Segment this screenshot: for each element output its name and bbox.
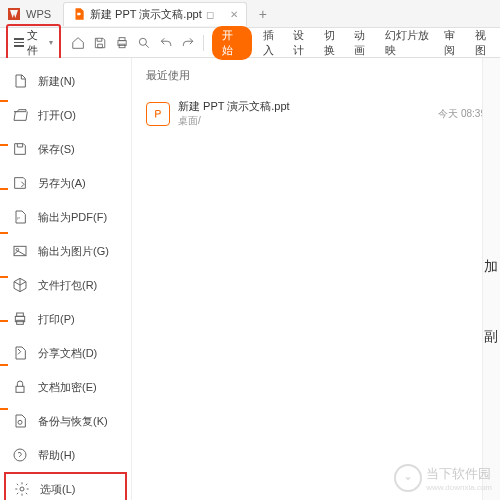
menu-label: 保存(S) bbox=[38, 142, 75, 157]
svg-text:P: P bbox=[17, 216, 20, 221]
begin-tab[interactable]: 开始 bbox=[212, 26, 251, 60]
svg-point-13 bbox=[20, 487, 24, 491]
menu-slideshow[interactable]: 幻灯片放映 bbox=[385, 28, 434, 58]
new-file-icon bbox=[12, 73, 28, 89]
download-circle-icon bbox=[394, 464, 422, 492]
menu-label: 帮助(H) bbox=[38, 448, 75, 463]
printer-icon bbox=[12, 311, 28, 327]
share-icon bbox=[12, 345, 28, 361]
menu-print[interactable]: 打印(P) bbox=[0, 302, 131, 336]
image-export-icon bbox=[12, 243, 28, 259]
menu-saveas[interactable]: 另存为(A) bbox=[0, 166, 131, 200]
chevron-down-icon: ▾ bbox=[49, 38, 53, 47]
watermark-text: 当下软件园 bbox=[426, 465, 492, 483]
save-icon[interactable] bbox=[93, 35, 107, 51]
pdf-export-icon: P bbox=[12, 209, 28, 225]
menu-label: 备份与恢复(K) bbox=[38, 414, 108, 429]
menu-label: 另存为(A) bbox=[38, 176, 86, 191]
svg-point-11 bbox=[18, 420, 22, 424]
main-area: 新建(N) 打开(O) 保存(S) 另存为(A) P输出为PDF(F) 输出为图… bbox=[0, 58, 500, 500]
toolbar: 文件 ▾ 开始 插入 设计 切换 动画 幻灯片放映 审阅 视图 bbox=[0, 28, 500, 58]
menu-review[interactable]: 审阅 bbox=[444, 28, 463, 58]
menu-animation[interactable]: 动画 bbox=[354, 28, 373, 58]
menu-design[interactable]: 设计 bbox=[293, 28, 312, 58]
watermark: 当下软件园 www.downxia.com bbox=[394, 464, 492, 492]
folder-open-icon bbox=[12, 107, 28, 123]
lock-icon bbox=[12, 379, 28, 395]
menu-encrypt[interactable]: 文档加密(E) bbox=[0, 370, 131, 404]
svg-rect-10 bbox=[16, 386, 24, 392]
svg-rect-2 bbox=[119, 44, 125, 48]
menu-label: 文档加密(E) bbox=[38, 380, 97, 395]
menu-new[interactable]: 新建(N) bbox=[0, 64, 131, 98]
right-edge-strip: 加 副 bbox=[482, 58, 500, 500]
menu-share[interactable]: 分享文档(D) bbox=[0, 336, 131, 370]
ppt-file-icon bbox=[72, 7, 86, 21]
home-icon[interactable] bbox=[71, 35, 85, 51]
saveas-icon bbox=[12, 175, 28, 191]
recent-panel: 最近使用 新建 PPT 演示文稿.ppt 桌面/ 今天 08:39 bbox=[132, 58, 500, 500]
menu-label: 输出为图片(G) bbox=[38, 244, 109, 259]
wps-logo-icon bbox=[6, 6, 22, 22]
menu-package[interactable]: 文件打包(R) bbox=[0, 268, 131, 302]
menu-label: 输出为PDF(F) bbox=[38, 210, 107, 225]
tab-title: 新建 PPT 演示文稿.ppt bbox=[90, 7, 202, 22]
tab-duplicate-icon[interactable]: ◻ bbox=[206, 9, 214, 20]
menu-image[interactable]: 输出为图片(G) bbox=[0, 234, 131, 268]
menu-label: 文件打包(R) bbox=[38, 278, 97, 293]
document-tab[interactable]: 新建 PPT 演示文稿.ppt ◻ ✕ bbox=[63, 2, 247, 26]
save-disk-icon bbox=[12, 141, 28, 157]
help-icon bbox=[12, 447, 28, 463]
backup-icon bbox=[12, 413, 28, 429]
title-bar: WPS 新建 PPT 演示文稿.ppt ◻ ✕ + bbox=[0, 0, 500, 28]
menu-save[interactable]: 保存(S) bbox=[0, 132, 131, 166]
preview-icon[interactable] bbox=[137, 35, 151, 51]
menu-label: 打印(P) bbox=[38, 312, 75, 327]
tab-close-icon[interactable]: ✕ bbox=[230, 9, 238, 20]
app-name: WPS bbox=[26, 8, 51, 20]
menu-view[interactable]: 视图 bbox=[475, 28, 494, 58]
recent-file-name: 新建 PPT 演示文稿.ppt bbox=[178, 99, 290, 114]
menu-options[interactable]: 选项(L) bbox=[4, 472, 127, 500]
recent-file-item[interactable]: 新建 PPT 演示文稿.ppt 桌面/ 今天 08:39 bbox=[146, 93, 486, 134]
menu-backup[interactable]: 备份与恢复(K) bbox=[0, 404, 131, 438]
menu-label: 新建(N) bbox=[38, 74, 75, 89]
svg-rect-1 bbox=[119, 37, 125, 40]
undo-icon[interactable] bbox=[159, 35, 173, 51]
file-label: 文件 bbox=[27, 28, 46, 58]
menu-transition[interactable]: 切换 bbox=[324, 28, 343, 58]
slide-thumbnail-strip bbox=[0, 58, 8, 500]
menu-label: 分享文档(D) bbox=[38, 346, 97, 361]
recent-file-time: 今天 08:39 bbox=[438, 107, 486, 121]
hamburger-icon bbox=[14, 36, 24, 49]
menu-label: 打开(O) bbox=[38, 108, 76, 123]
file-menu-button[interactable]: 文件 ▾ bbox=[6, 24, 61, 62]
menu-help[interactable]: 帮助(H) bbox=[0, 438, 131, 472]
watermark-url: www.downxia.com bbox=[426, 483, 492, 492]
edge-text-1: 加 bbox=[484, 258, 498, 276]
gear-icon bbox=[14, 481, 30, 497]
menu-label: 选项(L) bbox=[40, 482, 75, 497]
add-tab-button[interactable]: + bbox=[259, 6, 267, 22]
menu-pdf[interactable]: P输出为PDF(F) bbox=[0, 200, 131, 234]
recent-title: 最近使用 bbox=[146, 68, 486, 83]
redo-icon[interactable] bbox=[181, 35, 195, 51]
file-dropdown-menu: 新建(N) 打开(O) 保存(S) 另存为(A) P输出为PDF(F) 输出为图… bbox=[0, 58, 132, 500]
package-icon bbox=[12, 277, 28, 293]
menu-open[interactable]: 打开(O) bbox=[0, 98, 131, 132]
svg-rect-8 bbox=[17, 313, 24, 316]
svg-rect-9 bbox=[17, 320, 24, 324]
recent-file-icon bbox=[146, 102, 170, 126]
menu-insert[interactable]: 插入 bbox=[263, 28, 282, 58]
edge-text-2: 副 bbox=[484, 328, 498, 346]
recent-file-path: 桌面/ bbox=[178, 114, 290, 128]
print-icon[interactable] bbox=[115, 35, 129, 51]
